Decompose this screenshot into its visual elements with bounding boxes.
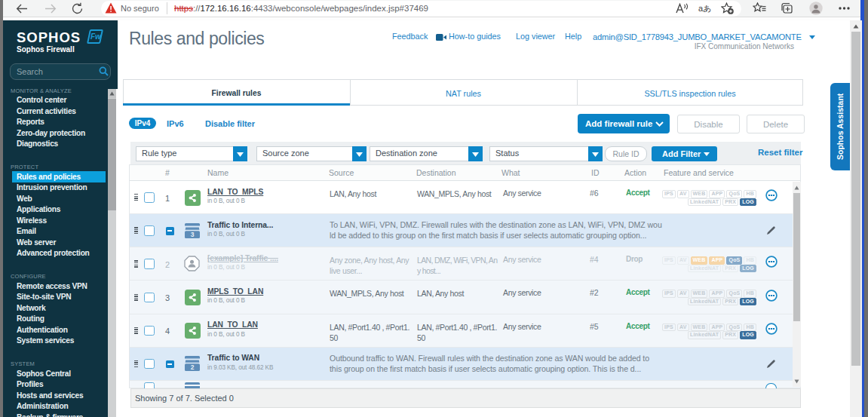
svg-text:3: 3 [191, 231, 195, 238]
svg-text:2: 2 [191, 364, 195, 372]
